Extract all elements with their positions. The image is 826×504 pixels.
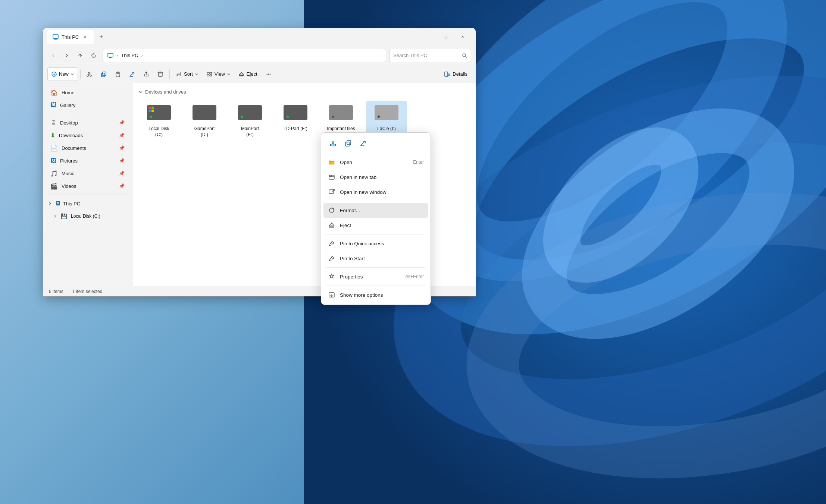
drive-label-e: MainPart(E:): [241, 126, 259, 138]
ctx-eject[interactable]: Eject: [323, 218, 428, 233]
view-button[interactable]: View: [203, 67, 234, 81]
drive-item-c[interactable]: Local Disk(C:): [138, 101, 179, 142]
details-label: Details: [453, 71, 467, 77]
tab-close-button[interactable]: ✕: [82, 34, 88, 40]
ctx-rename-icon: [360, 140, 366, 147]
details-button[interactable]: Details: [441, 67, 471, 81]
copy-button[interactable]: [97, 67, 110, 81]
ctx-copy-icon: [345, 140, 351, 147]
svg-rect-40: [445, 72, 448, 76]
documents-icon: 📄: [50, 145, 58, 152]
ctx-copy-button[interactable]: [341, 136, 355, 150]
sidebar-item-home[interactable]: 🏠 Home: [44, 86, 131, 99]
active-tab[interactable]: This PC ✕: [47, 30, 94, 44]
ctx-open-label: Open: [340, 160, 352, 165]
search-bar[interactable]: Search This PC: [389, 49, 471, 62]
ctx-rename-button[interactable]: [356, 136, 370, 150]
sidebar-desktop-label: Desktop: [60, 120, 78, 126]
sidebar-item-gallery[interactable]: 🖼 Gallery: [44, 99, 131, 111]
drive-item-e[interactable]: MainPart(E:): [229, 101, 270, 142]
ctx-more-icon: [328, 291, 335, 299]
rename-button[interactable]: [125, 67, 139, 81]
sidebar-item-pictures[interactable]: 🖼 Pictures 📌: [44, 154, 131, 167]
desktop-pin-icon: 📌: [119, 120, 125, 125]
context-menu: Open Enter Open in new tab Open in new w…: [321, 132, 431, 305]
back-button[interactable]: [47, 50, 59, 62]
svg-rect-33: [207, 75, 209, 76]
ctx-pin-start-icon: [328, 255, 335, 262]
sidebar-item-videos[interactable]: 🎬 Videos 📌: [44, 180, 131, 192]
svg-rect-54: [329, 227, 334, 228]
sidebar-divider-2: [47, 195, 128, 195]
delete-icon: [157, 71, 163, 77]
music-pin-icon: 📌: [119, 171, 125, 176]
ctx-open-tab-icon: [328, 173, 335, 181]
new-tab-button[interactable]: +: [95, 31, 107, 43]
ctx-open-window-label: Open in new window: [340, 189, 387, 195]
svg-point-39: [269, 73, 270, 75]
ctx-pin-quick[interactable]: Pin to Quick access: [323, 236, 428, 251]
close-button[interactable]: ×: [454, 31, 471, 43]
videos-icon: 🎬: [50, 183, 58, 190]
ctx-properties-icon: [328, 273, 335, 280]
address-bar[interactable]: › This PC ›: [103, 49, 386, 62]
refresh-button[interactable]: [88, 50, 100, 62]
maximize-button[interactable]: □: [437, 31, 454, 43]
svg-rect-46: [345, 142, 349, 146]
new-plus-icon: [51, 72, 57, 77]
minimize-button[interactable]: —: [420, 31, 437, 43]
cut-button[interactable]: [83, 67, 96, 81]
svg-rect-20: [101, 73, 105, 77]
tab-title: This PC: [62, 34, 79, 40]
svg-point-19: [90, 75, 91, 76]
new-button[interactable]: New: [47, 67, 78, 81]
ctx-open-tab-label: Open in new tab: [340, 174, 376, 180]
more-options-button[interactable]: [262, 67, 275, 81]
ctx-properties[interactable]: Properties Alt+Enter: [323, 269, 428, 284]
delete-button[interactable]: [154, 67, 167, 81]
ctx-open-window[interactable]: Open in new window: [323, 185, 428, 199]
ctx-eject-label: Eject: [340, 223, 351, 228]
svg-rect-36: [239, 75, 244, 76]
sidebar-home-label: Home: [62, 90, 75, 95]
ctx-open-window-icon: [328, 188, 335, 196]
ctx-format[interactable]: Format...: [323, 203, 428, 218]
documents-pin-icon: 📌: [119, 145, 125, 151]
up-button[interactable]: [74, 50, 86, 62]
svg-marker-35: [239, 72, 244, 75]
drive-label-f: TD-Part (F:): [284, 126, 307, 132]
ctx-properties-shortcut: Alt+Enter: [405, 274, 424, 279]
sidebar-videos-label: Videos: [62, 183, 76, 189]
svg-rect-10: [108, 53, 113, 57]
section-label: Devices and drives: [145, 89, 186, 95]
ctx-more-options[interactable]: Show more options: [323, 287, 428, 302]
svg-line-14: [466, 56, 467, 58]
share-button[interactable]: [140, 67, 153, 81]
drive-icon-g: [329, 105, 353, 123]
drive-item-f[interactable]: TD-Part (F:): [275, 101, 316, 142]
view-icon: [206, 71, 212, 77]
sort-button[interactable]: Sort: [172, 67, 202, 81]
sidebar-item-documents[interactable]: 📄 Documents 📌: [44, 142, 131, 154]
sidebar-item-music[interactable]: 🎵 Music 📌: [44, 167, 131, 180]
drive-label-d: GamePart(D:): [194, 126, 215, 138]
sidebar-item-desktop[interactable]: 🖥 Desktop 📌: [44, 116, 131, 129]
context-menu-toolbar: [323, 135, 428, 153]
paste-button[interactable]: [111, 67, 125, 81]
forward-button[interactable]: [61, 50, 73, 62]
sidebar-item-localdisk[interactable]: 💾 Local Disk (C:): [43, 210, 132, 223]
eject-button[interactable]: Eject: [235, 67, 261, 81]
breadcrumb-thispc[interactable]: This PC: [121, 53, 138, 58]
ctx-open-shortcut: Enter: [413, 160, 424, 165]
section-collapse-icon[interactable]: [138, 90, 143, 94]
svg-rect-34: [210, 75, 212, 76]
ctx-cut-button[interactable]: [326, 136, 340, 150]
drive-item-d[interactable]: GamePart(D:): [184, 101, 225, 142]
sidebar-item-downloads[interactable]: ⬇ Downloads 📌: [44, 129, 131, 142]
sidebar-item-thispc[interactable]: 🖥 This PC: [43, 197, 132, 210]
ctx-open-tab[interactable]: Open in new tab: [323, 170, 428, 185]
new-chevron-icon: [71, 73, 74, 76]
ctx-pin-start[interactable]: Pin to Start: [323, 251, 428, 266]
ctx-open[interactable]: Open Enter: [323, 155, 428, 170]
ctx-separator-2: [326, 234, 425, 234]
